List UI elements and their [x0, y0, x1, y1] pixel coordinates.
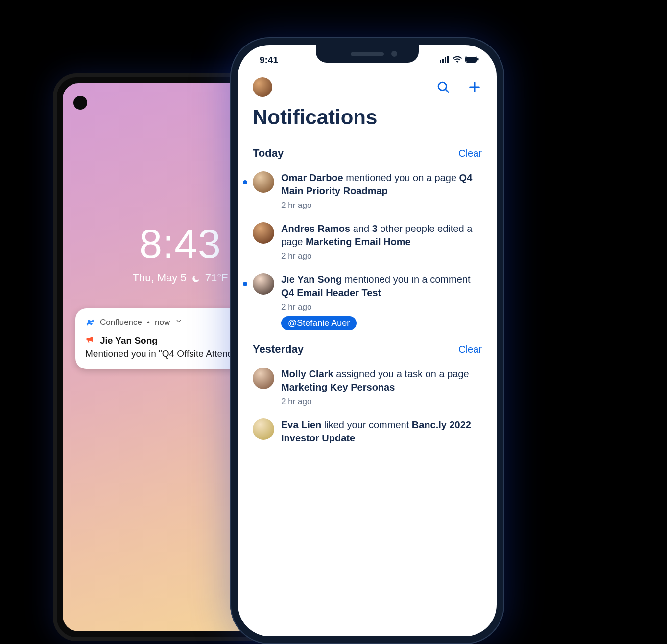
app-header	[238, 69, 497, 100]
iphone-frame: 9:41	[230, 37, 504, 644]
unread-dot	[243, 282, 247, 286]
android-temp: 71°F	[205, 272, 228, 284]
notification-body: Molly Clark assigned you a task on a pag…	[281, 368, 482, 407]
cellular-icon	[440, 56, 450, 65]
unread-dot	[243, 180, 247, 184]
notification-body: Andres Ramos and 3 other people edited a…	[281, 222, 482, 261]
section-title: Today	[253, 147, 284, 160]
svg-rect-0	[440, 60, 441, 63]
notification-time: 2 hr ago	[281, 201, 482, 210]
notification-text: Molly Clark assigned you a task on a pag…	[281, 368, 482, 394]
actor-avatar[interactable]	[253, 171, 274, 193]
android-notification-when: now	[155, 318, 170, 327]
actor-avatar[interactable]	[253, 222, 274, 244]
actor-avatar[interactable]	[253, 368, 274, 389]
android-notification-app: Confluence	[100, 318, 142, 327]
notification-text: Eva Lien liked your comment Banc.ly 2022…	[281, 418, 482, 445]
android-camera-punchhole	[73, 96, 87, 110]
clear-button[interactable]: Clear	[458, 148, 482, 159]
wifi-icon	[453, 56, 462, 65]
section-title: Yesterday	[253, 343, 304, 356]
bullet-separator: •	[147, 318, 150, 327]
notification-time: 2 hr ago	[281, 302, 482, 312]
notification-section: TodayClearOmar Darboe mentioned you on a…	[253, 147, 482, 330]
android-notification-actor: Jie Yan Song	[100, 335, 158, 346]
section-header: YesterdayClear	[253, 343, 482, 356]
mention-chip[interactable]: @Stefanie Auer	[281, 316, 357, 330]
status-indicators	[440, 56, 479, 65]
notification-section: YesterdayClearMolly Clark assigned you a…	[253, 343, 482, 445]
android-date: Thu, May 5	[133, 272, 187, 284]
status-time: 9:41	[260, 55, 278, 66]
notification-item[interactable]: Andres Ramos and 3 other people edited a…	[253, 222, 482, 261]
notification-time: 2 hr ago	[281, 397, 482, 407]
svg-rect-5	[466, 57, 476, 62]
notch-speaker	[351, 52, 384, 56]
notification-body: Jie Yan Song mentioned you in a comment …	[281, 273, 482, 330]
actor-avatar[interactable]	[253, 273, 274, 295]
svg-rect-2	[445, 57, 446, 63]
chevron-down-icon[interactable]	[175, 317, 183, 327]
notification-text: Jie Yan Song mentioned you in a comment …	[281, 273, 482, 299]
add-button[interactable]	[467, 80, 482, 94]
clear-button[interactable]: Clear	[458, 344, 482, 355]
user-avatar[interactable]	[253, 77, 272, 97]
page-title: Notifications	[238, 100, 497, 134]
svg-rect-6	[477, 58, 479, 61]
search-button[interactable]	[436, 80, 451, 94]
section-header: TodayClear	[253, 147, 482, 160]
actor-avatar[interactable]	[253, 418, 274, 440]
svg-rect-3	[447, 56, 449, 63]
notification-item[interactable]: Molly Clark assigned you a task on a pag…	[253, 368, 482, 407]
notification-item[interactable]: Eva Lien liked your comment Banc.ly 2022…	[253, 418, 482, 445]
notification-body: Eva Lien liked your comment Banc.ly 2022…	[281, 418, 482, 445]
megaphone-icon	[85, 334, 95, 346]
notification-item[interactable]: Omar Darboe mentioned you on a page Q4 M…	[253, 171, 482, 210]
confluence-icon	[85, 318, 95, 327]
notification-text: Andres Ramos and 3 other people edited a…	[281, 222, 482, 249]
notification-time: 2 hr ago	[281, 252, 482, 261]
notification-item[interactable]: Jie Yan Song mentioned you in a comment …	[253, 273, 482, 330]
notification-text: Omar Darboe mentioned you on a page Q4 M…	[281, 171, 482, 198]
iphone-notch	[316, 45, 419, 63]
moon-icon	[191, 274, 200, 282]
notifications-list: TodayClearOmar Darboe mentioned you on a…	[238, 147, 497, 460]
iphone-screen: 9:41	[238, 45, 497, 636]
notch-camera	[391, 51, 397, 57]
battery-icon	[465, 56, 479, 65]
notification-body: Omar Darboe mentioned you on a page Q4 M…	[281, 171, 482, 210]
svg-rect-1	[442, 59, 444, 63]
svg-line-8	[445, 89, 448, 92]
